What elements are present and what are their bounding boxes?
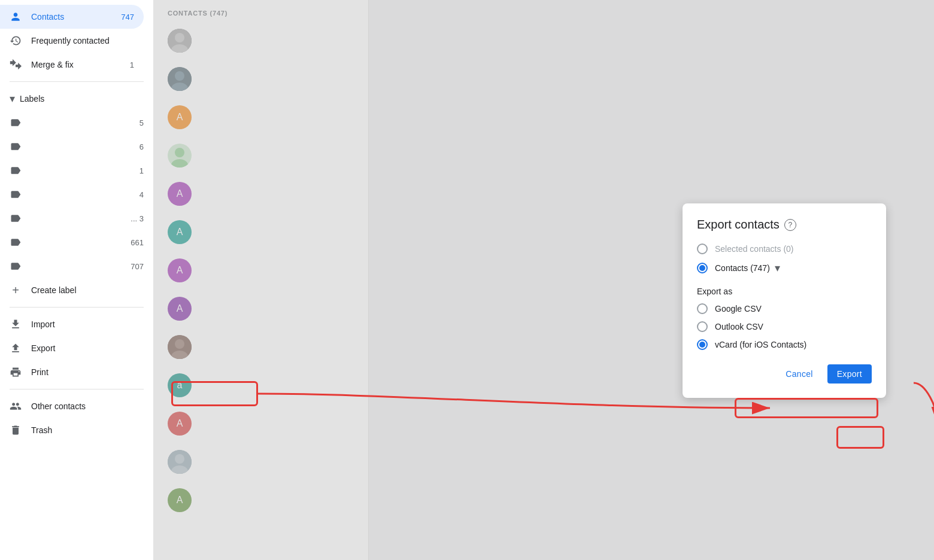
label-item-4[interactable]: 4 — [0, 182, 153, 206]
app-layout: Contacts 747 Frequently contacted Merge … — [0, 0, 934, 560]
selected-contacts-label: Selected contacts (0) — [715, 244, 794, 254]
sidebar-divider-2 — [10, 307, 144, 308]
label-icon-5 — [10, 212, 22, 224]
vcard-radio[interactable] — [697, 339, 708, 350]
contacts-icon — [10, 11, 22, 23]
export-scope-group: Selected contacts (0) Contacts (747) ▾ — [697, 244, 872, 275]
dialog-title: Export contacts ? — [697, 218, 872, 232]
label-count-2: 6 — [140, 142, 144, 151]
vcard-option[interactable]: vCard (for iOS Contacts) — [697, 339, 872, 350]
sidebar-contacts-label: Contacts — [31, 12, 121, 22]
label-item-1[interactable]: 5 — [0, 111, 153, 135]
labels-section-header[interactable]: ▾ Labels — [0, 87, 153, 111]
label-icon-6 — [10, 236, 22, 248]
sidebar-merge-label: Merge & fix — [31, 60, 130, 69]
trash-icon — [10, 424, 22, 436]
sidebar-item-export[interactable]: Export — [0, 336, 144, 360]
sidebar-item-merge-fix[interactable]: Merge & fix 1 — [0, 53, 144, 77]
all-contacts-option[interactable]: Contacts (747) ▾ — [697, 261, 872, 275]
sidebar-divider-1 — [10, 81, 144, 82]
sidebar-contacts-count: 747 — [121, 13, 134, 22]
sidebar-export-label: Export — [31, 343, 134, 353]
label-item-3[interactable]: 1 — [0, 159, 153, 182]
label-item-2[interactable]: 6 — [0, 135, 153, 159]
google-csv-option[interactable]: Google CSV — [697, 303, 872, 314]
label-count-6: 661 — [131, 238, 144, 247]
label-count-7: 707 — [131, 262, 144, 271]
sidebar-divider-3 — [10, 389, 144, 389]
label-item-5[interactable]: ... 3 — [0, 206, 153, 230]
label-icon-4 — [10, 188, 22, 200]
label-item-7[interactable]: 707 — [0, 254, 153, 278]
outlook-csv-radio[interactable] — [697, 321, 708, 332]
sidebar-trash-label: Trash — [31, 425, 134, 435]
add-icon: + — [10, 284, 22, 296]
sidebar-item-import[interactable]: Import — [0, 312, 144, 336]
frequently-contacted-icon — [10, 35, 22, 47]
export-button[interactable]: Export — [827, 364, 872, 384]
all-contacts-radio[interactable] — [697, 263, 708, 273]
print-icon — [10, 366, 22, 378]
google-csv-radio[interactable] — [697, 303, 708, 314]
sidebar-item-print[interactable]: Print — [0, 360, 144, 384]
sidebar-import-label: Import — [31, 319, 134, 329]
main-content: CONTACTS (747) — [153, 0, 934, 560]
export-dialog: Export contacts ? Selected contacts (0) … — [683, 203, 886, 398]
export-as-label: Export as — [697, 287, 872, 296]
sidebar-item-create-label[interactable]: + Create label — [0, 278, 144, 302]
export-icon — [10, 342, 22, 354]
sidebar-print-label: Print — [31, 367, 134, 377]
selected-contacts-option[interactable]: Selected contacts (0) — [697, 244, 872, 254]
cancel-button[interactable]: Cancel — [776, 364, 822, 384]
help-icon[interactable]: ? — [784, 219, 796, 231]
sidebar-item-other-contacts[interactable]: Other contacts — [0, 394, 144, 418]
label-icon-3 — [10, 165, 22, 176]
export-as-group: Export as Google CSV Outlook CSV vCard (… — [697, 287, 872, 350]
export-format-group: Google CSV Outlook CSV vCard (for iOS Co… — [697, 303, 872, 350]
sidebar-item-trash[interactable]: Trash — [0, 418, 144, 442]
outlook-csv-option[interactable]: Outlook CSV — [697, 321, 872, 332]
chevron-up-icon: ▾ — [10, 92, 15, 105]
create-label-text: Create label — [31, 285, 134, 295]
dialog-actions: Cancel Export — [697, 364, 872, 384]
sidebar: Contacts 747 Frequently contacted Merge … — [0, 0, 153, 560]
selected-contacts-radio[interactable] — [697, 244, 708, 254]
google-csv-label: Google CSV — [715, 304, 762, 314]
merge-icon — [10, 59, 22, 71]
help-icon-label: ? — [789, 221, 793, 229]
vcard-label: vCard (for iOS Contacts) — [715, 340, 806, 349]
labels-section-title: Labels — [20, 94, 44, 104]
import-icon — [10, 318, 22, 330]
label-item-6[interactable]: 661 — [0, 230, 153, 254]
label-count-5: ... 3 — [131, 214, 144, 223]
sidebar-other-contacts-label: Other contacts — [31, 401, 134, 411]
label-count-3: 1 — [140, 166, 144, 175]
sidebar-item-contacts[interactable]: Contacts 747 — [0, 5, 144, 29]
contacts-dropdown: Contacts (747) ▾ — [715, 261, 780, 275]
dialog-title-text: Export contacts — [697, 218, 780, 232]
sidebar-item-frequently-contacted[interactable]: Frequently contacted — [0, 29, 144, 53]
other-contacts-icon — [10, 400, 22, 412]
sidebar-merge-count: 1 — [130, 60, 134, 69]
label-count-1: 5 — [140, 118, 144, 127]
label-icon-1 — [10, 117, 22, 129]
label-icon-7 — [10, 260, 22, 272]
label-count-4: 4 — [140, 190, 144, 199]
contacts-option-text: Contacts (747) — [715, 263, 770, 273]
dropdown-arrow-icon[interactable]: ▾ — [775, 261, 780, 275]
outlook-csv-label: Outlook CSV — [715, 322, 763, 331]
sidebar-frequently-contacted-label: Frequently contacted — [31, 36, 134, 45]
label-icon-2 — [10, 141, 22, 153]
